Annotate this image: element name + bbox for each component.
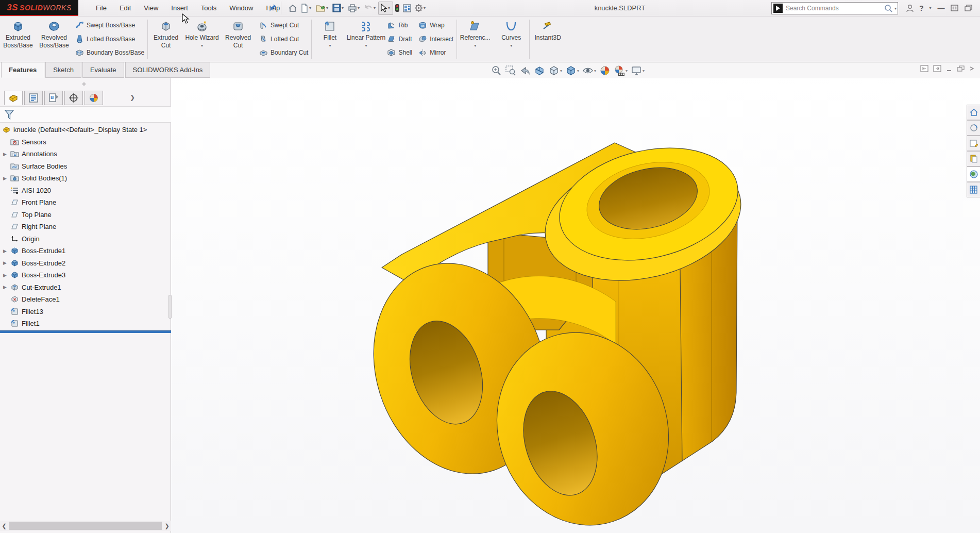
tree-item-origin[interactable]: Origin bbox=[0, 233, 171, 245]
search-scope-caret[interactable]: ▾ bbox=[894, 6, 897, 11]
extruded-boss-base-button[interactable]: ExtrudedBoss/Base bbox=[0, 16, 36, 62]
expand-arrow-icon[interactable]: ▶ bbox=[3, 176, 10, 181]
curves-caret[interactable]: ▾ bbox=[510, 43, 512, 48]
home-button[interactable] bbox=[286, 2, 299, 15]
tree-item-sensors[interactable]: Sensors bbox=[0, 136, 171, 148]
wrap-button[interactable]: abWrap bbox=[416, 20, 455, 30]
minimize-document-button[interactable] bbox=[946, 65, 952, 74]
save-button[interactable]: ▾ bbox=[331, 2, 346, 15]
expand-arrow-icon[interactable]: ▶ bbox=[3, 285, 10, 290]
curves-button[interactable]: Curves▾ bbox=[493, 16, 529, 62]
hole-wizard-caret[interactable]: ▾ bbox=[201, 43, 203, 48]
display-style-caret[interactable]: ▾ bbox=[577, 69, 579, 73]
menu-window[interactable]: Window bbox=[225, 2, 257, 14]
expand-arrow-icon[interactable]: ▶ bbox=[3, 152, 10, 157]
menu-insert[interactable]: Insert bbox=[167, 2, 192, 14]
options-gear-caret[interactable]: ▾ bbox=[424, 6, 426, 10]
search-commands-box[interactable]: ▾ bbox=[771, 2, 898, 14]
tree-root-knuckle[interactable]: knuckle (Default<<Default>_Display State… bbox=[0, 124, 171, 136]
save-caret[interactable]: ▾ bbox=[342, 6, 344, 10]
panel-splitter-dot[interactable] bbox=[82, 82, 86, 86]
search-magnifier-icon[interactable] bbox=[884, 4, 893, 13]
expand-arrow-icon[interactable]: ▶ bbox=[3, 273, 10, 278]
zoom-to-area-button[interactable] bbox=[504, 64, 517, 77]
select-arrow-caret[interactable]: ▾ bbox=[388, 6, 390, 10]
task-pane-tab-home[interactable] bbox=[967, 105, 980, 120]
fillet-button[interactable]: Fillet▾ bbox=[312, 16, 348, 62]
show-left-pane-button[interactable] bbox=[920, 65, 928, 74]
boundary-cut-button[interactable]: Boundary Cut bbox=[257, 47, 310, 58]
undo-caret[interactable]: ▾ bbox=[374, 6, 376, 10]
tree-item-annotations[interactable]: ▶AAnnotations bbox=[0, 148, 171, 160]
part-3d-model[interactable] bbox=[304, 124, 778, 531]
task-pane-tab-appearances-scenes[interactable] bbox=[967, 166, 980, 182]
rib-button[interactable]: Rib bbox=[385, 20, 414, 30]
apply-scene-button[interactable]: ▾ bbox=[613, 64, 629, 77]
task-pane-tab-custom-properties[interactable] bbox=[967, 182, 980, 197]
fillet-caret[interactable]: ▾ bbox=[329, 43, 331, 48]
view-orientation-button[interactable]: ▾ bbox=[547, 64, 563, 77]
linear-pattern-caret[interactable]: ▾ bbox=[365, 43, 367, 48]
tree-item-right-plane[interactable]: Right Plane bbox=[0, 221, 171, 233]
hide-show-items-caret[interactable]: ▾ bbox=[594, 69, 596, 73]
tab-evaluate[interactable]: Evaluate bbox=[82, 62, 124, 78]
mirror-button[interactable]: Mirror bbox=[416, 47, 455, 58]
rollback-bar[interactable] bbox=[0, 330, 171, 333]
instant3d-button[interactable]: Instant3D bbox=[530, 16, 566, 62]
draft-button[interactable]: Draft bbox=[385, 34, 414, 44]
restore-document-button[interactable] bbox=[957, 65, 965, 74]
tab-solidworks-add-ins[interactable]: SOLIDWORKS Add-Ins bbox=[125, 62, 211, 78]
tree-item-cut-extrude1[interactable]: ▶Cut-Extrude1 bbox=[0, 281, 171, 294]
help-caret-icon[interactable]: ▾ bbox=[930, 6, 932, 10]
swept-cut-button[interactable]: Swept Cut bbox=[257, 20, 310, 30]
menu-edit[interactable]: Edit bbox=[115, 2, 135, 14]
panel-collapse-handle[interactable] bbox=[168, 295, 172, 319]
expand-arrow-icon[interactable]: ▶ bbox=[3, 248, 10, 254]
zoom-to-fit-button[interactable] bbox=[489, 64, 503, 77]
help-icon[interactable]: ? bbox=[919, 4, 924, 12]
task-pane-tab-view-palette[interactable] bbox=[967, 151, 980, 166]
pin-menu-icon[interactable] bbox=[269, 3, 277, 14]
boundary-boss-base-button[interactable]: Boundary Boss/Base bbox=[73, 47, 146, 58]
apply-scene-caret[interactable]: ▾ bbox=[626, 69, 628, 73]
panel-flyout-arrow[interactable]: ❯ bbox=[130, 94, 135, 101]
select-arrow-button[interactable]: ▾ bbox=[378, 2, 393, 15]
shell-button[interactable]: Shell bbox=[385, 47, 414, 58]
new-document-caret[interactable]: ▾ bbox=[309, 6, 311, 10]
view-settings-button[interactable]: ▾ bbox=[630, 64, 646, 77]
task-pane-tab-solidworks-resources[interactable] bbox=[967, 120, 980, 136]
panel-tab-dimxpertmanager[interactable] bbox=[64, 91, 83, 105]
reference-geometry-button[interactable]: Referenc...▾ bbox=[457, 16, 493, 62]
tree-item-deleteface1[interactable]: DeleteFace1 bbox=[0, 293, 171, 306]
tree-item-surface-bodies[interactable]: Surface Bodies bbox=[0, 160, 171, 173]
new-document-button[interactable]: ▾ bbox=[299, 2, 314, 15]
edit-appearance-button[interactable] bbox=[598, 64, 612, 77]
scroll-left-icon[interactable]: ❮ bbox=[0, 523, 8, 529]
search-input[interactable] bbox=[786, 5, 884, 12]
tab-features[interactable]: Features bbox=[1, 62, 44, 78]
tree-item-front-plane[interactable]: Front Plane bbox=[0, 196, 171, 209]
options-gear-button[interactable]: ▾ bbox=[413, 2, 428, 15]
linear-pattern-button[interactable]: Linear Pattern▾ bbox=[348, 16, 384, 62]
tree-item-fillet1[interactable]: Fillet1 bbox=[0, 318, 171, 330]
extruded-cut-button[interactable]: ExtrudedCut bbox=[148, 16, 184, 62]
revolved-boss-base-button[interactable]: RevolvedBoss/Base bbox=[36, 16, 72, 62]
tree-item-fillet13[interactable]: Fillet13 bbox=[0, 306, 171, 318]
expand-arrow-icon[interactable]: ▶ bbox=[3, 260, 10, 265]
panel-tab-configurationmanager[interactable]: B bbox=[44, 91, 63, 105]
open-document-caret[interactable]: ▾ bbox=[326, 6, 328, 10]
open-document-button[interactable]: ▾ bbox=[314, 2, 331, 15]
document-properties-button[interactable] bbox=[401, 2, 413, 15]
menu-file[interactable]: File bbox=[92, 2, 111, 14]
tree-item-solid-bodies-1-[interactable]: ▶Solid Bodies(1) bbox=[0, 172, 171, 185]
previous-view-button[interactable] bbox=[518, 64, 532, 77]
tree-item-boss-extrude3[interactable]: ▶Boss-Extrude3 bbox=[0, 269, 171, 281]
menu-view[interactable]: View bbox=[140, 2, 162, 14]
menu-tools[interactable]: Tools bbox=[197, 2, 221, 14]
hide-show-items-button[interactable]: ▾ bbox=[581, 64, 597, 77]
panel-horizontal-scrollbar[interactable]: ❮ ❯ bbox=[0, 521, 171, 531]
view-settings-caret[interactable]: ▾ bbox=[643, 69, 645, 73]
tree-filter-row[interactable] bbox=[0, 106, 171, 123]
rebuild-traffic-light-button[interactable] bbox=[393, 2, 401, 15]
tree-item-boss-extrude2[interactable]: ▶Boss-Extrude2 bbox=[0, 257, 171, 270]
